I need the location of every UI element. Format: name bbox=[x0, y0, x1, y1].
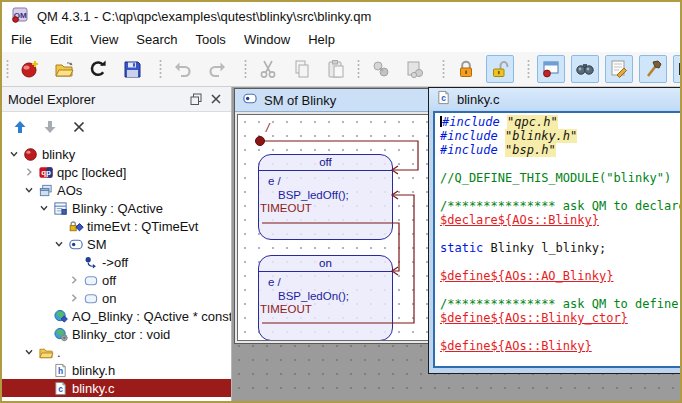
code-window-title: blinky.c bbox=[457, 92, 499, 107]
model-explorer-header[interactable]: Model Explorer bbox=[2, 87, 231, 112]
tree-row-aos[interactable]: AOs bbox=[2, 181, 231, 199]
tree-row-blinky-c[interactable]: cblinky.c bbox=[2, 379, 231, 397]
tree-row-off[interactable]: ->off bbox=[2, 253, 231, 271]
undo-button[interactable] bbox=[169, 55, 197, 83]
code-line: #include "qpc.h" bbox=[440, 115, 680, 129]
tree-row-item[interactable]: . bbox=[2, 343, 231, 361]
chevron-down-icon[interactable] bbox=[37, 203, 51, 213]
cut-button[interactable] bbox=[254, 55, 282, 83]
window-title: QM 4.3.1 - C:\qp\qpc\examples\qutest\bli… bbox=[37, 9, 371, 24]
package-icon bbox=[36, 183, 55, 198]
code-editor[interactable]: #include "qpc.h"#include "blinky.h"#incl… bbox=[433, 111, 680, 368]
log-button[interactable]: Log bbox=[673, 55, 682, 83]
svg-text:c: c bbox=[58, 384, 63, 394]
attach-icon bbox=[404, 58, 426, 80]
tree-row-blinky-ctor-void[interactable]: Blinky_ctor : void bbox=[2, 325, 231, 343]
tree-label: . bbox=[57, 345, 61, 360]
redo-button[interactable] bbox=[203, 55, 231, 83]
chevron-down-icon[interactable] bbox=[22, 347, 36, 357]
unlock-button[interactable] bbox=[486, 55, 514, 83]
tree-row-sm[interactable]: SM bbox=[2, 235, 231, 253]
sm-icon bbox=[66, 237, 85, 252]
toolbar: Log bbox=[2, 52, 680, 87]
toolbar-group bbox=[2, 52, 149, 86]
save-button[interactable] bbox=[118, 55, 146, 83]
code-line bbox=[440, 227, 680, 241]
code-line: $define${AOs::Blinky} bbox=[440, 339, 680, 353]
tree-row-timeevt-qtimeevt[interactable]: timeEvt : QTimeEvt bbox=[2, 217, 231, 235]
menu-item-search[interactable]: Search bbox=[127, 30, 186, 49]
tree-row-qpc-locked[interactable]: qpqpc [locked] bbox=[2, 163, 231, 181]
close-icon bbox=[210, 93, 222, 105]
find-icon bbox=[574, 58, 596, 80]
menu-item-help[interactable]: Help bbox=[299, 30, 344, 49]
find-button[interactable] bbox=[571, 55, 599, 83]
chevron-down-icon[interactable] bbox=[52, 239, 66, 249]
tree-label: Blinky_ctor : void bbox=[72, 327, 170, 342]
code-window-titlebar[interactable]: c blinky.c bbox=[429, 88, 680, 110]
code-line bbox=[440, 325, 680, 339]
tree-row-blinky-qactive[interactable]: Blinky : QActive bbox=[2, 199, 231, 217]
menu-item-tools[interactable]: Tools bbox=[187, 30, 235, 49]
svg-text:qp: qp bbox=[41, 168, 51, 177]
move-up-button[interactable] bbox=[12, 119, 28, 135]
extract-button[interactable] bbox=[367, 55, 395, 83]
code-line: /*************** ask QM to define t bbox=[440, 297, 680, 311]
code-line: $declare${AOs::Blinky} bbox=[440, 213, 680, 227]
tree-label: off bbox=[102, 273, 116, 288]
new-model-icon bbox=[19, 58, 41, 80]
svg-text:h: h bbox=[58, 366, 63, 376]
menu-item-window[interactable]: Window bbox=[235, 30, 299, 49]
close-panel-button[interactable] bbox=[207, 90, 225, 108]
lock-button[interactable] bbox=[452, 55, 480, 83]
on-TIMEOUT-to-off bbox=[262, 195, 414, 323]
model-explorer-button[interactable] bbox=[537, 55, 565, 83]
initial-state-dot bbox=[256, 137, 265, 146]
move-down-button[interactable] bbox=[42, 119, 58, 135]
tree-row-off[interactable]: off bbox=[2, 271, 231, 289]
chevron-down-icon[interactable] bbox=[7, 149, 21, 159]
state-icon bbox=[81, 291, 100, 306]
initial-transition-label: / bbox=[265, 121, 271, 135]
global-op-icon bbox=[51, 327, 70, 342]
sm-window-title: SM of Blinky bbox=[264, 93, 336, 108]
menu-item-view[interactable]: View bbox=[81, 30, 127, 49]
lock-icon bbox=[455, 58, 477, 80]
menu-item-file[interactable]: File bbox=[2, 30, 41, 49]
cut-icon bbox=[257, 58, 279, 80]
open-model-button[interactable] bbox=[50, 55, 78, 83]
class-icon bbox=[51, 201, 70, 216]
attach-button[interactable] bbox=[401, 55, 429, 83]
reload-button[interactable] bbox=[84, 55, 112, 83]
code-line bbox=[440, 283, 680, 297]
float-panel-icon bbox=[190, 93, 202, 105]
delete-button[interactable] bbox=[72, 120, 86, 134]
copy-button[interactable] bbox=[288, 55, 316, 83]
float-panel-button[interactable] bbox=[187, 90, 205, 108]
attr-locked-icon bbox=[66, 219, 85, 234]
tree-row-blinky[interactable]: blinky bbox=[2, 145, 231, 163]
chevron-right-icon[interactable] bbox=[67, 293, 81, 303]
code-line: #include "blinky.h" bbox=[440, 129, 680, 143]
chevron-down-icon[interactable] bbox=[22, 185, 36, 195]
menu-item-edit[interactable]: Edit bbox=[41, 30, 81, 49]
toolbar-group: Log bbox=[523, 52, 682, 86]
tree-label: qpc [locked] bbox=[57, 165, 126, 180]
paste-button[interactable] bbox=[322, 55, 350, 83]
svg-text:c: c bbox=[441, 93, 446, 103]
chevron-right-icon[interactable] bbox=[22, 167, 36, 177]
code-line: #include "bsp.h" bbox=[440, 143, 680, 157]
tree-row-on[interactable]: on bbox=[2, 289, 231, 307]
code-line bbox=[440, 157, 680, 171]
tree-row-ao-blinky-qactive-const[interactable]: AO_Blinky : QActive * const bbox=[2, 307, 231, 325]
tree-label: SM bbox=[87, 237, 107, 252]
property-editor-button[interactable] bbox=[605, 55, 633, 83]
chevron-right-icon[interactable] bbox=[67, 275, 81, 285]
new-model-button[interactable] bbox=[16, 55, 44, 83]
tools-button[interactable] bbox=[639, 55, 667, 83]
tree-row-blinky-h[interactable]: hblinky.h bbox=[2, 361, 231, 379]
toolbar-group bbox=[240, 52, 353, 86]
file-h-icon: h bbox=[51, 363, 70, 378]
window-titlebar[interactable]: QM QM 4.3.1 - C:\qp\qpc\examples\qutest\… bbox=[2, 2, 680, 30]
toolbar-group bbox=[353, 52, 432, 86]
